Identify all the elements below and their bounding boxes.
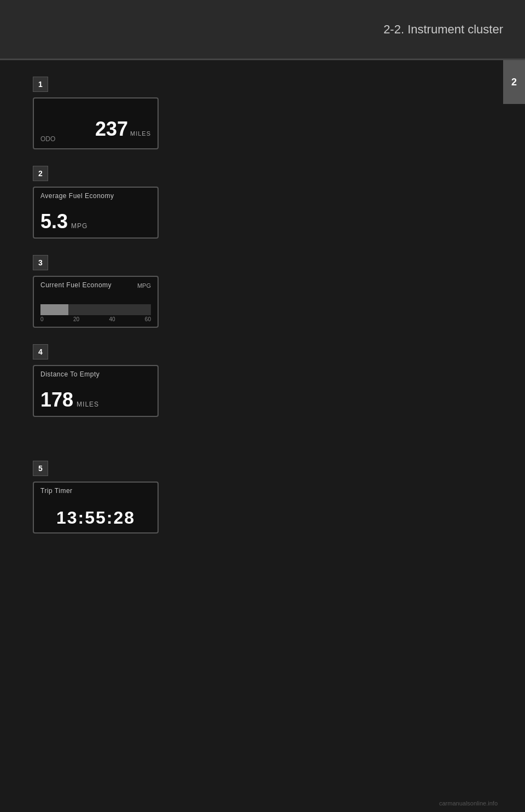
odo-value: 237 — [95, 118, 128, 141]
distance-number: 178 — [40, 388, 73, 411]
current-fuel-screen: Current Fuel Economy MPG 0 20 40 60 — [33, 276, 159, 328]
badge-4: 4 — [33, 344, 48, 359]
section-odo: 1 237 MILES ODO — [33, 77, 470, 149]
section-current-fuel: 3 Current Fuel Economy MPG 0 20 40 60 — [33, 255, 470, 328]
fuel-bar-fill — [40, 304, 68, 315]
trip-timer-screen: Trip Timer 13:55:28 — [33, 482, 159, 533]
odo-screen: 237 MILES ODO — [33, 97, 159, 149]
distance-label: Distance To Empty — [40, 370, 151, 378]
bar-label-60: 60 — [145, 316, 151, 322]
bar-label-20: 20 — [73, 316, 79, 322]
header-bar: 2-2. Instrument cluster — [0, 0, 525, 60]
odo-unit: MILES — [130, 130, 151, 137]
bar-label-40: 40 — [109, 316, 115, 322]
chapter-tab: 2 — [503, 60, 525, 104]
header-title: 2-2. Instrument cluster — [383, 22, 503, 37]
main-content: 1 237 MILES ODO 2 Average Fuel Economy 5… — [0, 60, 503, 812]
current-fuel-unit: MPG — [137, 282, 151, 289]
badge-2: 2 — [33, 166, 48, 181]
badge-5: 5 — [33, 461, 48, 476]
trip-timer-value: 13:55:28 — [40, 508, 151, 528]
distance-unit: MILES — [77, 401, 99, 408]
section-distance: 4 Distance To Empty 178 MILES — [33, 344, 470, 417]
badge-3: 3 — [33, 255, 48, 270]
distance-screen: Distance To Empty 178 MILES — [33, 365, 159, 417]
avg-fuel-label: Average Fuel Economy — [40, 192, 151, 200]
distance-value-row: 178 MILES — [40, 388, 151, 411]
section-trip-timer: 5 Trip Timer 13:55:28 — [33, 461, 470, 533]
fuel-bar-container — [40, 304, 151, 315]
badge-1: 1 — [33, 77, 48, 92]
current-fuel-label: Current Fuel Economy — [40, 281, 112, 289]
chapter-tab-label: 2 — [511, 77, 517, 88]
odo-label: ODO — [40, 135, 55, 143]
section-avg-fuel: 2 Average Fuel Economy 5.3 MPG — [33, 166, 470, 239]
avg-fuel-unit: MPG — [71, 222, 88, 230]
watermark-text: carmanualsonline.info — [439, 800, 498, 807]
trip-timer-label: Trip Timer — [40, 487, 151, 495]
bar-label-0: 0 — [40, 316, 44, 322]
bar-labels: 0 20 40 60 — [40, 316, 151, 322]
watermark: carmanualsonline.info — [439, 800, 498, 807]
avg-fuel-screen: Average Fuel Economy 5.3 MPG — [33, 187, 159, 239]
avg-fuel-number: 5.3 — [40, 210, 68, 233]
avg-fuel-value-row: 5.3 MPG — [40, 210, 151, 233]
